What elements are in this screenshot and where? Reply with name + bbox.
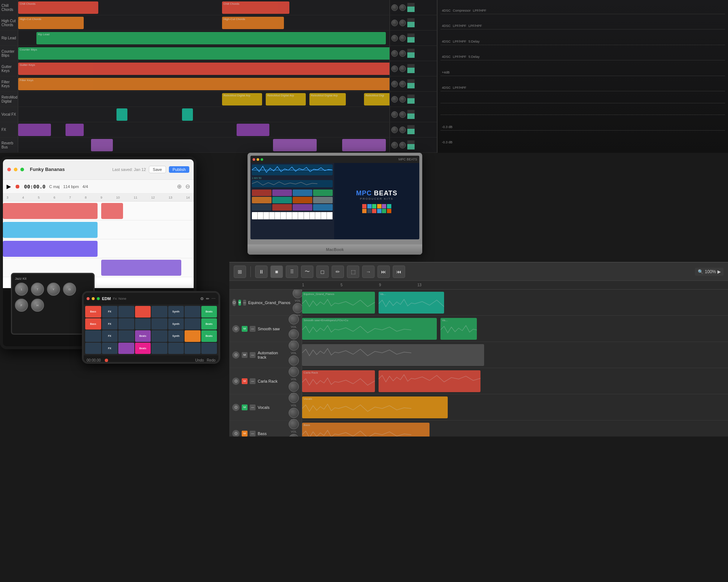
pad-button[interactable] <box>185 343 201 354</box>
ardour-clip[interactable]: Equinox_Grand_Pianos <box>302 292 375 314</box>
clip[interactable] <box>116 108 127 121</box>
drum-knob[interactable]: Y <box>47 283 60 296</box>
solo-button[interactable]: — <box>250 326 256 332</box>
close-dot[interactable] <box>253 158 255 161</box>
solo-button[interactable]: — <box>250 378 256 384</box>
mute-button[interactable]: M <box>242 326 248 332</box>
pan-knob[interactable] <box>399 127 406 133</box>
clip[interactable]: RetroMod Digital Arp <box>309 93 346 105</box>
clip[interactable] <box>18 124 51 136</box>
clip[interactable] <box>237 124 269 136</box>
drum-knob[interactable]: 1 <box>15 283 28 296</box>
pad-button[interactable] <box>185 306 201 318</box>
clip[interactable] <box>91 139 113 151</box>
gear-icon[interactable]: ⚙ <box>232 404 240 411</box>
ardour-clip[interactable]: Va... <box>379 292 444 314</box>
pad-button[interactable] <box>168 343 184 354</box>
clip[interactable]: Chill Chords <box>18 1 98 14</box>
zoom-out[interactable]: ⊖ <box>185 183 190 190</box>
pad-button[interactable] <box>118 330 134 342</box>
pan-knob[interactable] <box>289 408 299 418</box>
clip[interactable] <box>273 139 317 151</box>
clip[interactable]: Gutter Keys <box>18 63 389 75</box>
play-button[interactable]: ▶ <box>7 183 11 190</box>
pad-button[interactable] <box>118 306 134 318</box>
publish-button[interactable]: Publish <box>169 166 189 173</box>
pad-button[interactable] <box>85 343 101 354</box>
ardour-clip[interactable]: Vocals <box>302 396 448 418</box>
gear-icon[interactable]: ⚙ <box>232 351 240 359</box>
redo-button[interactable]: Redo <box>207 358 215 362</box>
mpc-pad[interactable] <box>313 204 333 211</box>
drum-knob[interactable]: G <box>63 283 76 296</box>
vol-knob[interactable] <box>289 419 299 429</box>
maximize-dot[interactable] <box>20 168 24 171</box>
pad-button[interactable] <box>151 318 167 330</box>
tablet-clip[interactable] <box>101 260 181 276</box>
pad-button[interactable]: FX <box>102 306 118 318</box>
rewind-button[interactable]: ⏮ <box>393 266 405 278</box>
pad-button[interactable]: Synth <box>168 306 184 318</box>
vol-knob[interactable] <box>289 367 299 377</box>
pencil-button[interactable]: ✏ <box>332 266 344 278</box>
minimize-dot[interactable] <box>257 158 259 161</box>
skip-button[interactable]: ⏭ <box>377 266 390 278</box>
pad-button[interactable] <box>118 318 134 330</box>
pan-knob[interactable] <box>399 65 406 72</box>
drum-knob[interactable]: H <box>31 299 44 312</box>
clip[interactable]: Chill Chords <box>222 1 289 14</box>
pan-knob[interactable] <box>399 4 406 11</box>
mpc-pad[interactable] <box>252 204 272 211</box>
clip[interactable]: Rip Lead <box>36 32 386 44</box>
solo-button[interactable]: — <box>250 352 256 358</box>
ardour-clip[interactable]: Va... <box>440 318 477 340</box>
pan-knob[interactable] <box>399 20 406 26</box>
phone-record-btn[interactable]: ⏺ <box>104 357 109 363</box>
vol-knob[interactable] <box>391 50 398 57</box>
mpc-pad[interactable] <box>293 204 312 211</box>
pan-knob[interactable] <box>289 434 299 437</box>
pad-button[interactable] <box>135 306 151 318</box>
vol-knob[interactable] <box>391 20 398 26</box>
phone-more-icon[interactable]: ⋯ <box>211 296 215 301</box>
clip[interactable]: High-Cut Chords <box>18 17 84 29</box>
clip[interactable]: High-Cut Chords <box>222 17 284 29</box>
drum-knob[interactable]: T <box>31 283 44 296</box>
close-dot[interactable] <box>7 168 11 171</box>
tablet-clip[interactable] <box>3 241 98 257</box>
pad-button[interactable]: Beats <box>201 318 217 330</box>
tablet-clip[interactable] <box>101 203 123 219</box>
gear-icon[interactable]: ⚙ <box>232 299 236 306</box>
clip[interactable]: RetroMod Digital Arp <box>222 93 262 105</box>
close-dot[interactable] <box>87 297 90 300</box>
vol-knob[interactable] <box>391 4 398 11</box>
vol-knob[interactable] <box>391 81 398 87</box>
select-button[interactable]: ⬚ <box>347 266 359 278</box>
pad-button[interactable]: FX <box>102 330 118 342</box>
clip[interactable]: RetroMod Digi <box>364 93 389 105</box>
pad-button[interactable]: FX <box>102 343 118 354</box>
vol-knob[interactable] <box>391 65 398 72</box>
pan-knob[interactable] <box>399 142 406 148</box>
wave-button[interactable]: 〜 <box>301 266 313 278</box>
pad-button[interactable]: Beats <box>201 306 217 318</box>
mpc-pad[interactable] <box>272 204 292 211</box>
mpc-pad[interactable] <box>252 190 272 196</box>
clip-button[interactable]: ◻ <box>316 266 329 278</box>
zoom-in[interactable]: ⊕ <box>177 183 182 190</box>
pad-button[interactable] <box>151 330 167 342</box>
vol-knob[interactable] <box>289 314 299 324</box>
pad-button[interactable]: Beats <box>135 343 151 354</box>
clip[interactable]: RetroMod Digital Arp <box>266 93 306 105</box>
mpc-pad[interactable] <box>252 197 272 203</box>
undo-button[interactable]: Undo <box>195 358 204 362</box>
mpc-pad[interactable] <box>313 190 333 196</box>
pad-button[interactable] <box>135 318 151 330</box>
vol-knob[interactable] <box>289 393 299 403</box>
clip[interactable]: Filter Keys <box>18 78 389 90</box>
pad-button[interactable]: Beats <box>135 330 151 342</box>
save-button[interactable]: Save <box>149 166 166 173</box>
arrow-button[interactable]: → <box>362 266 375 278</box>
ardour-clip[interactable]: Bass <box>302 423 430 436</box>
monitor-icon[interactable]: ⊞ <box>234 266 246 278</box>
